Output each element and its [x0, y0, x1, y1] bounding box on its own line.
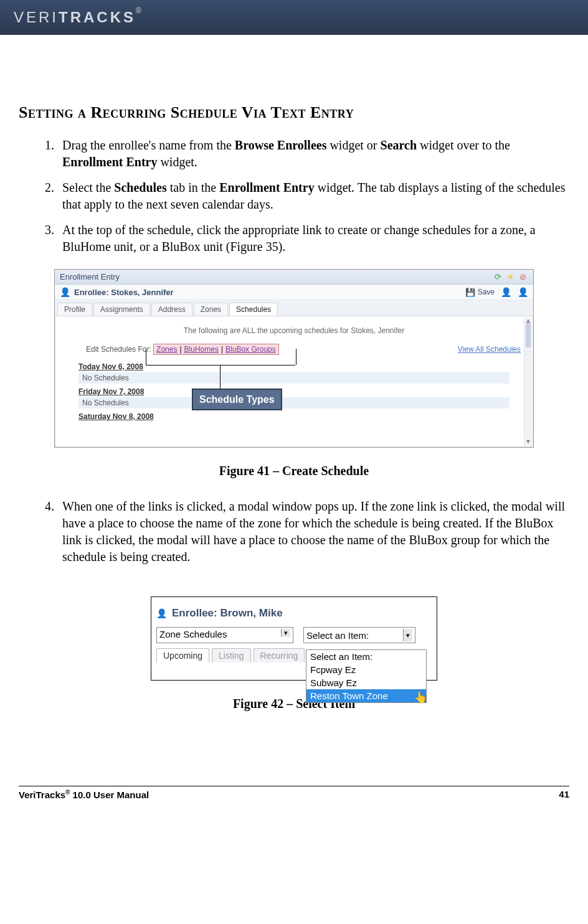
tab-bar: Profile Assignments Address Zones Schedu… — [55, 300, 533, 316]
figure-42-caption: Figure 42 – Select Item — [19, 697, 569, 711]
scroll-thumb[interactable] — [526, 323, 531, 347]
step-2: Select the Schedules tab in the Enrollme… — [57, 179, 569, 213]
step-4: When one of the links is clicked, a moda… — [57, 498, 569, 565]
zone-schedules-select[interactable]: Zone Schedules ▾ — [156, 627, 293, 643]
chevron-down-icon: ▾ — [403, 629, 412, 641]
tab-listing[interactable]: Listing — [212, 648, 250, 662]
day-heading: Today Nov 6, 2008 — [78, 362, 527, 371]
item-dropdown[interactable]: Select an Item: Fcpway Ez Subway Ez Rest… — [306, 649, 427, 703]
schedule-types-box: Zones | BluHomes | BluBox Groups — [153, 344, 279, 355]
tab-schedules[interactable]: Schedules — [229, 303, 278, 316]
tab-recurring[interactable]: Recurring — [254, 648, 305, 662]
day-heading: Saturday Nov 8, 2008 — [78, 412, 527, 421]
link-blubox-groups[interactable]: BluBox Groups — [225, 345, 276, 354]
save-button[interactable]: 💾 Save — [465, 288, 495, 297]
cursor-icon: 👆 — [414, 691, 427, 704]
favorite-icon[interactable]: ★ — [507, 273, 516, 281]
tab-assignments[interactable]: Assignments — [93, 303, 150, 316]
enrollee-label: Enrollee: Brown, Mike — [172, 607, 283, 620]
person-icon: 👤 — [156, 608, 167, 618]
day-heading: Friday Nov 7, 2008 — [78, 387, 527, 396]
dropdown-option[interactable]: Select an Item: — [306, 650, 426, 663]
tab-zones[interactable]: Zones — [194, 303, 228, 316]
widget-title: Enrollment Entry — [60, 272, 120, 281]
scrollbar[interactable]: ▲ ▼ — [524, 318, 532, 446]
person-icon: 👤 — [60, 287, 70, 297]
dropdown-option-selected[interactable]: Reston Town Zone 👆 — [306, 689, 426, 702]
app-header: VERITRACKS® — [0, 0, 588, 35]
link-bluhomes[interactable]: BluHomes — [184, 345, 219, 354]
link-zones[interactable]: Zones — [156, 345, 177, 354]
step-1: Drag the enrollee's name from the Browse… — [57, 137, 569, 171]
close-icon[interactable]: ⊘ — [519, 273, 528, 281]
user-orange-icon[interactable]: 👤 — [518, 287, 528, 297]
item-select[interactable]: Select an Item: ▾ — [303, 627, 415, 643]
dropdown-option[interactable]: Subway Ez — [306, 676, 426, 689]
no-schedules-row: No Schedules — [78, 372, 510, 384]
tab-upcoming[interactable]: Upcoming — [156, 648, 209, 662]
figure-42-screenshot: 👤 Enrollee: Brown, Mike Zone Schedules ▾… — [151, 596, 437, 681]
figure-41-caption: Figure 41 – Create Schedule — [19, 464, 569, 478]
enrollee-label: Enrollee: Stokes, Jennifer — [74, 288, 174, 297]
dropdown-option[interactable]: Fcpway Ez — [306, 663, 426, 676]
brand-thin: VERI — [14, 9, 59, 26]
page-footer: VeriTracks® 10.0 User Manual 41 — [19, 786, 569, 819]
figure-41-screenshot: Enrollment Entry ⟳ ★ ⊘ 👤 Enrollee: Stoke… — [54, 269, 534, 448]
footer-left: VeriTracks® 10.0 User Manual — [19, 789, 149, 800]
view-all-schedules-link[interactable]: View All Schedules — [458, 345, 521, 354]
scroll-down-icon[interactable]: ▼ — [524, 438, 532, 446]
brand-logo: VERITRACKS® — [14, 9, 144, 26]
section-heading: Setting a Recurring Schedule Via Text En… — [19, 103, 569, 122]
callout-schedule-types: Schedule Types — [192, 389, 282, 410]
refresh-icon[interactable]: ⟳ — [495, 273, 503, 281]
tab-profile[interactable]: Profile — [57, 303, 92, 316]
user-blue-icon[interactable]: 👤 — [501, 287, 511, 297]
schedules-note: The following are ALL the upcoming sched… — [61, 326, 527, 335]
tab-address[interactable]: Address — [151, 303, 192, 316]
save-icon: 💾 — [465, 288, 475, 297]
brand-bold: TRACKS — [59, 9, 136, 26]
chevron-down-icon: ▾ — [281, 629, 290, 637]
page-number: 41 — [559, 789, 569, 800]
no-schedules-row: No Schedules — [78, 397, 510, 408]
step-3: At the top of the schedule, click the ap… — [57, 222, 569, 255]
edit-schedules-label: Edit Schedules For: — [86, 345, 151, 354]
registered-icon: ® — [136, 6, 144, 15]
